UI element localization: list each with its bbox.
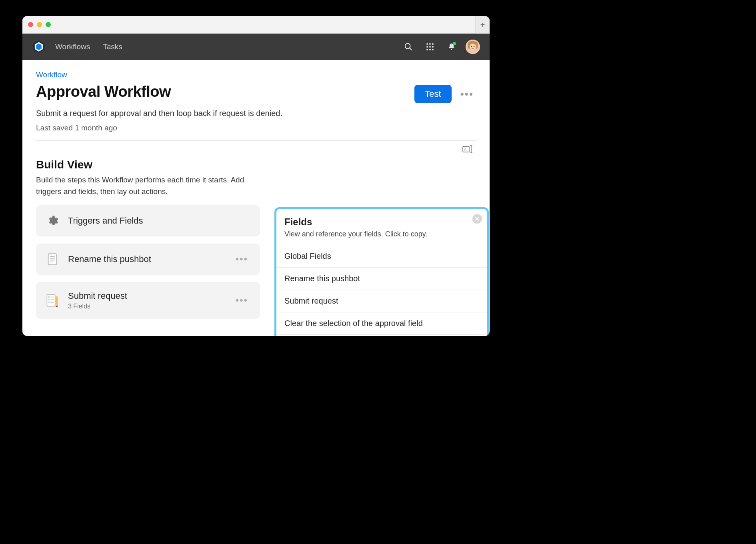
svg-point-11 — [426, 49, 428, 50]
build-view-title: Build View — [36, 158, 476, 171]
card-label: Rename this pushbot — [68, 254, 224, 264]
fields-panel: Fields View and reference your fields. C… — [274, 207, 489, 336]
document-icon — [46, 252, 59, 266]
fields-panel-title: Fields — [284, 216, 479, 228]
card-more-icon[interactable]: ••• — [233, 253, 250, 266]
last-saved: Last saved 1 month ago — [36, 124, 476, 132]
minimize-window-button[interactable] — [37, 22, 42, 27]
svg-rect-31 — [48, 299, 50, 300]
svg-point-16 — [471, 46, 472, 47]
svg-rect-29 — [48, 296, 50, 298]
svg-rect-33 — [48, 302, 50, 303]
card-more-icon[interactable]: ••• — [233, 294, 250, 307]
svg-point-8 — [426, 46, 428, 48]
svg-point-12 — [429, 49, 431, 50]
form-icon — [46, 294, 59, 307]
field-item-approve-request[interactable]: Approve request — [276, 335, 487, 336]
svg-line-4 — [410, 48, 412, 50]
svg-point-17 — [474, 46, 475, 47]
app-window: + Workflows Tasks — [22, 16, 490, 336]
svg-point-6 — [429, 43, 431, 45]
new-tab-button[interactable]: + — [475, 16, 490, 34]
card-triggers-and-fields[interactable]: Triggers and Fields — [36, 205, 260, 236]
breadcrumb[interactable]: Workflow — [36, 70, 476, 79]
apps-grid-icon[interactable] — [422, 39, 438, 54]
build-view-hint: Build the steps this Workflow performs e… — [36, 174, 260, 197]
card-label: Submit request — [68, 291, 224, 301]
test-button[interactable]: Test — [414, 85, 451, 103]
maximize-window-button[interactable] — [46, 22, 51, 27]
card-label: Triggers and Fields — [68, 216, 250, 226]
close-icon[interactable]: ✕ — [472, 214, 482, 224]
svg-marker-36 — [56, 306, 58, 307]
field-item-global-fields[interactable]: Global Fields — [276, 245, 487, 268]
field-item-rename-pushbot[interactable]: Rename this pushbot — [276, 268, 487, 290]
window-titlebar: + — [22, 16, 490, 34]
gear-icon — [46, 214, 59, 228]
svg-point-10 — [432, 46, 434, 48]
page-more-menu-icon[interactable]: ••• — [458, 86, 476, 102]
notifications-icon[interactable] — [444, 39, 459, 54]
card-subtext: 3 Fields — [68, 303, 224, 310]
fields-panel-subtitle: View and reference your fields. Click to… — [284, 230, 479, 238]
traffic-lights — [28, 22, 51, 27]
text-field-tool-icon[interactable]: A — [461, 143, 476, 157]
page-description: Submit a request for approval and then l… — [36, 109, 476, 118]
avatar[interactable] — [466, 40, 480, 54]
notification-badge — [453, 42, 456, 45]
svg-rect-28 — [47, 294, 55, 306]
field-item-submit-request[interactable]: Submit request — [276, 290, 487, 312]
nav-workflows[interactable]: Workflows — [52, 40, 93, 54]
svg-point-5 — [426, 43, 428, 45]
field-item-clear-approval[interactable]: Clear the selection of the approval fiel… — [276, 312, 487, 335]
card-submit-request[interactable]: Submit request 3 Fields ••• — [36, 282, 260, 319]
content-area: Workflow Approval Workflow Test ••• Subm… — [22, 60, 490, 336]
card-rename-pushbot[interactable]: Rename this pushbot ••• — [36, 244, 260, 275]
close-window-button[interactable] — [28, 22, 33, 27]
svg-point-13 — [432, 49, 434, 50]
svg-rect-23 — [48, 254, 57, 264]
page-title: Approval Workflow — [36, 83, 171, 100]
svg-text:A: A — [464, 148, 466, 152]
svg-rect-35 — [56, 296, 58, 306]
app-logo-icon[interactable] — [32, 40, 46, 54]
nav-tasks[interactable]: Tasks — [100, 40, 126, 54]
topbar: Workflows Tasks — [22, 34, 490, 60]
svg-point-7 — [432, 43, 434, 45]
svg-point-9 — [429, 46, 431, 48]
search-icon[interactable] — [401, 39, 416, 54]
svg-point-3 — [405, 44, 410, 49]
